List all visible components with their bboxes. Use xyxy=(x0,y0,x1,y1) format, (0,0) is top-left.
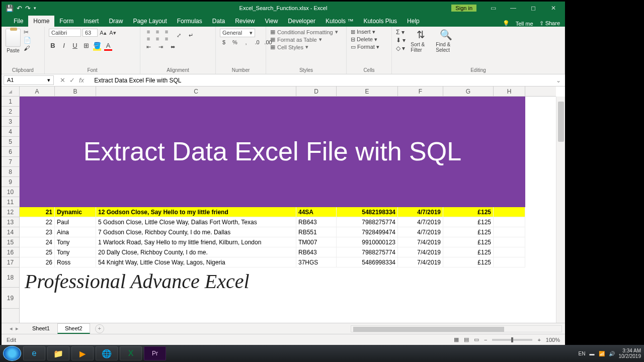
cell-styles-button[interactable]: ▦ Cell Styles ▾ xyxy=(270,44,338,50)
windows-taskbar[interactable]: e 📁 ▶ 🌐 X Pr EN ▬ 📶 🔊 3:34 AM 10/2/2019 xyxy=(0,345,644,362)
percent-icon[interactable]: % xyxy=(231,39,239,45)
align-right-icon[interactable]: ≡ xyxy=(163,36,171,42)
tab-view[interactable]: View xyxy=(260,16,283,27)
col-header-G[interactable]: G xyxy=(443,86,494,96)
row-header-17[interactable]: 17 xyxy=(2,257,19,267)
format-cells-button[interactable]: ▭ Format ▾ xyxy=(351,44,379,50)
clear-icon[interactable]: ◇ ▾ xyxy=(396,45,406,52)
row-header-4[interactable]: 4 xyxy=(2,127,19,137)
zoom-slider[interactable] xyxy=(492,339,532,341)
align-top-icon[interactable]: ≡ xyxy=(144,29,152,35)
row-header-7[interactable]: 7 xyxy=(2,157,19,167)
comma-icon[interactable]: , xyxy=(242,39,250,45)
tab-kutools[interactable]: Kutools ™ xyxy=(320,16,358,27)
underline-button[interactable]: U xyxy=(71,42,79,51)
banner-title-cell[interactable]: Extract Data Excel File with SQL xyxy=(20,97,525,207)
align-center-icon[interactable]: ≡ xyxy=(153,36,162,42)
enter-formula-icon[interactable]: ✓ xyxy=(69,76,75,84)
currency-icon[interactable]: $ xyxy=(220,39,228,45)
view-page-break-icon[interactable]: ▭ xyxy=(474,336,479,343)
format-painter-icon[interactable]: 🖌 xyxy=(24,45,31,52)
tray-network-icon[interactable]: 📶 xyxy=(599,351,605,356)
tell-me-icon[interactable]: 💡 xyxy=(503,20,510,27)
tab-developer[interactable]: Developer xyxy=(283,16,320,27)
paste-button[interactable]: Paste xyxy=(7,48,20,53)
cut-icon[interactable]: ✂ xyxy=(24,29,31,36)
tab-formulas[interactable]: Formulas xyxy=(172,16,207,27)
tab-kutoolsplus[interactable]: Kutools Plus xyxy=(358,16,402,27)
table-row[interactable]: 21Dynamic12 Godson Close, Say Hello to m… xyxy=(20,207,525,217)
tray-volume-icon[interactable]: 🔊 xyxy=(609,351,615,356)
number-format-selector[interactable]: General▾ xyxy=(220,29,255,37)
tab-review[interactable]: Review xyxy=(230,16,260,27)
tray-clock[interactable]: 3:34 AM 10/2/2019 xyxy=(619,348,641,359)
zoom-level[interactable]: 100% xyxy=(546,337,560,343)
spreadsheet-grid[interactable]: ◢ ABCDEFGH 12345678910111213141516171819… xyxy=(2,86,565,323)
copy-icon[interactable]: 📄 xyxy=(24,37,31,44)
italic-button[interactable]: I xyxy=(60,42,68,51)
name-box[interactable]: A1▾ xyxy=(4,75,54,85)
vertical-scrollbar[interactable] xyxy=(556,97,565,323)
paste-icon[interactable] xyxy=(6,29,21,47)
maximize-icon[interactable]: ◻ xyxy=(525,3,542,14)
column-headers[interactable]: ABCDEFGH xyxy=(20,86,556,97)
row-header-18[interactable]: 18 xyxy=(2,267,19,288)
sheet-tab-sheet1[interactable]: Sheet1 xyxy=(25,323,57,334)
wrap-text-icon[interactable]: ↵ xyxy=(187,32,195,39)
taskbar-chrome-icon[interactable]: 🌐 xyxy=(96,346,118,360)
row-header-12[interactable]: 12 xyxy=(2,207,19,217)
tell-me-button[interactable]: Tell me xyxy=(516,21,533,27)
decrease-indent-icon[interactable]: ⇤ xyxy=(144,44,152,50)
table-row[interactable]: 25Tony20 Dally Close, Richboy County, I … xyxy=(20,247,525,257)
system-tray[interactable]: EN ▬ 📶 🔊 3:34 AM 10/2/2019 xyxy=(579,348,641,359)
tab-insert[interactable]: Insert xyxy=(78,16,104,27)
autosum-icon[interactable]: Σ ▾ xyxy=(396,29,406,36)
row-header-9[interactable]: 9 xyxy=(2,177,19,187)
row-header-15[interactable]: 15 xyxy=(2,237,19,247)
ribbon-options-icon[interactable]: ▭ xyxy=(485,3,502,14)
zoom-out-icon[interactable]: − xyxy=(484,337,487,343)
row-header-2[interactable]: 2 xyxy=(2,107,19,117)
col-header-E[interactable]: E xyxy=(337,86,398,96)
sort-filter-button[interactable]: ⇅ Sort & Filter xyxy=(411,29,431,53)
row-header-6[interactable]: 6 xyxy=(2,147,19,157)
tab-file[interactable]: File xyxy=(9,16,28,27)
col-header-C[interactable]: C xyxy=(96,86,296,96)
row-header-19[interactable]: 19 xyxy=(2,288,19,309)
font-size-selector[interactable]: 63 xyxy=(83,29,98,37)
delete-cells-button[interactable]: ⊟ Delete ▾ xyxy=(351,36,379,43)
col-header-F[interactable]: F xyxy=(398,86,443,96)
tray-flag-icon[interactable]: ▬ xyxy=(590,351,595,356)
fill-color-icon[interactable]: 🪣 xyxy=(93,42,101,51)
taskbar-premiere-icon[interactable]: Pr xyxy=(144,346,166,360)
expand-formula-bar-icon[interactable]: ⌄ xyxy=(552,77,565,84)
orientation-icon[interactable]: ⤢ xyxy=(175,32,183,39)
fx-icon[interactable]: fx xyxy=(79,76,84,84)
select-all-corner[interactable]: ◢ xyxy=(2,86,20,97)
decrease-font-icon[interactable]: A▾ xyxy=(109,30,117,36)
table-row[interactable]: 22Paul5 Godson Close, Little Close Way, … xyxy=(20,217,525,227)
row-header-3[interactable]: 3 xyxy=(2,117,19,127)
border-icon[interactable]: ⊞ xyxy=(82,42,90,51)
align-middle-icon[interactable]: ≡ xyxy=(153,29,162,35)
redo-icon[interactable]: ↷ xyxy=(25,5,31,12)
row-headers[interactable]: 12345678910111213141516171819 xyxy=(2,97,20,323)
tab-help[interactable]: Help xyxy=(402,16,425,27)
taskbar-media-icon[interactable]: ▶ xyxy=(71,346,94,360)
conditional-formatting-button[interactable]: ▦ Conditional Formatting ▾ xyxy=(270,29,338,35)
taskbar-explorer-icon[interactable]: 📁 xyxy=(47,346,69,360)
row-header-13[interactable]: 13 xyxy=(2,217,19,227)
bold-button[interactable]: B xyxy=(49,42,57,51)
horizontal-scrollbar[interactable] xyxy=(351,325,562,332)
taskbar-excel-icon[interactable]: X xyxy=(120,346,142,360)
row-header-16[interactable]: 16 xyxy=(2,247,19,257)
fill-icon[interactable]: ⬇ ▾ xyxy=(396,37,406,44)
table-row[interactable]: 26Ross54 Knight Way, Little Close Way, L… xyxy=(20,257,525,267)
share-button[interactable]: ⇪ Share xyxy=(539,20,560,27)
table-row[interactable]: 24Tony1 Warlock Road, Say Hello to my li… xyxy=(20,237,525,247)
formula-bar[interactable] xyxy=(91,76,552,85)
row-header-14[interactable]: 14 xyxy=(2,227,19,237)
col-header-D[interactable]: D xyxy=(296,86,337,96)
align-left-icon[interactable]: ≡ xyxy=(144,36,152,42)
save-icon[interactable]: 💾 xyxy=(6,5,14,12)
